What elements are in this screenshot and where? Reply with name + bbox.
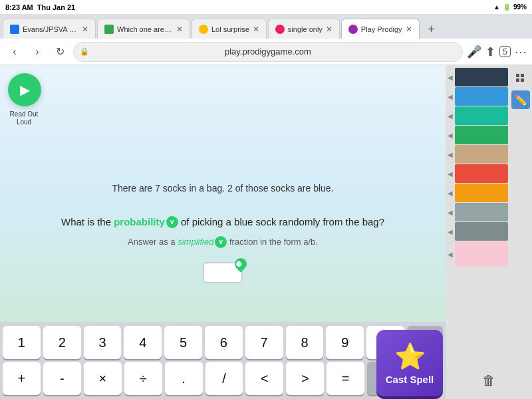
key-plus[interactable]: +: [3, 362, 41, 395]
back-button[interactable]: ‹: [5, 43, 24, 61]
color-swatch-3[interactable]: [455, 106, 508, 125]
tab-bar: Evans/JPSVA Englis... ✕ Which one are yo…: [0, 15, 532, 39]
cast-spell-button[interactable]: ⭐ Cast Spell: [376, 330, 443, 396]
svg-rect-2: [516, 78, 519, 82]
arrow-6: ◀: [446, 170, 455, 178]
key-3[interactable]: 3: [84, 326, 122, 359]
tab-single[interactable]: single only ✕: [268, 19, 340, 39]
key-6[interactable]: 6: [205, 326, 243, 359]
new-tab-button[interactable]: +: [422, 20, 441, 39]
color-swatch-5[interactable]: [455, 145, 508, 164]
tabs-count-badge[interactable]: 5: [499, 46, 511, 57]
sidebar: ◀ ◀ ◀ ◀ ◀: [446, 65, 532, 399]
key-4[interactable]: 4: [124, 326, 162, 359]
question-hint: Answer as a simplifiedv fraction in the …: [128, 237, 318, 249]
tab-close-4[interactable]: ✕: [326, 25, 332, 34]
key-5[interactable]: 5: [164, 326, 202, 359]
color-row-2: ◀: [446, 87, 509, 106]
lock-icon: 🔒: [80, 47, 89, 56]
vocab-badge-1: v: [166, 216, 178, 228]
trash-area: 🗑: [473, 364, 505, 396]
color-swatch-10[interactable]: [455, 241, 508, 267]
tool-panel: ✏️: [509, 68, 532, 110]
vocab-badge-2: v: [215, 236, 227, 248]
tab-favicon-5: [348, 25, 358, 34]
grid-icon: [515, 73, 526, 84]
color-swatches: ◀ ◀ ◀ ◀ ◀: [446, 68, 509, 267]
tab-evans[interactable]: Evans/JPSVA Englis... ✕: [3, 19, 96, 39]
color-row-6: ◀: [446, 164, 509, 183]
key-2[interactable]: 2: [43, 326, 81, 359]
read-aloud-label: Read Out Loud: [4, 110, 44, 126]
url-wrap[interactable]: 🔒 play.prodigygame.com: [73, 42, 463, 62]
reload-button[interactable]: ↻: [51, 43, 69, 61]
tab-label-4: single only: [288, 25, 323, 33]
battery-icon: 🔋: [503, 3, 511, 11]
tab-prodigy[interactable]: Play Prodigy ✕: [341, 19, 420, 39]
color-row-9: ◀: [446, 222, 509, 241]
url-display[interactable]: 🔒 play.prodigygame.com: [73, 42, 463, 62]
color-row-7: ◀: [446, 184, 509, 202]
key-9[interactable]: 9: [326, 326, 364, 359]
color-swatch-1[interactable]: [455, 68, 508, 86]
tab-close-2[interactable]: ✕: [176, 25, 183, 34]
key-divide[interactable]: ÷: [124, 362, 162, 395]
key-8[interactable]: 8: [286, 326, 324, 359]
key-slash[interactable]: /: [205, 362, 243, 395]
key-dot[interactable]: .: [165, 362, 203, 395]
tab-favicon-2: [104, 25, 114, 34]
pencil-tool-button[interactable]: ✏️: [511, 90, 530, 109]
tab-close-3[interactable]: ✕: [253, 25, 259, 34]
color-swatch-4[interactable]: [455, 126, 508, 144]
key-gt[interactable]: >: [286, 362, 324, 395]
tab-label-3: Lol surprise: [211, 25, 249, 33]
color-row-10: ◀: [446, 241, 509, 267]
tab-close-5[interactable]: ✕: [406, 25, 412, 34]
answer-pin: [232, 255, 249, 272]
read-aloud-button[interactable]: ▶: [8, 73, 41, 106]
key-times[interactable]: ×: [84, 362, 122, 395]
color-swatch-2[interactable]: [455, 87, 508, 106]
tab-label-2: Which one are you?: [117, 25, 173, 33]
color-swatch-6[interactable]: [455, 164, 508, 183]
color-swatch-8[interactable]: [455, 203, 508, 221]
menu-icon[interactable]: ⋯: [515, 45, 527, 59]
battery-level: 99%: [513, 3, 527, 11]
wifi-icon: ▲: [493, 3, 500, 11]
simplified-word: simplified: [178, 237, 213, 247]
arrow-8: ◀: [446, 209, 455, 216]
svg-rect-1: [521, 74, 524, 77]
color-swatch-9[interactable]: [455, 222, 508, 241]
forward-button[interactable]: ›: [28, 43, 47, 61]
arrow-4: ◀: [446, 132, 455, 139]
share-icon[interactable]: ⬆: [485, 45, 495, 59]
svg-rect-0: [516, 74, 519, 77]
question-main: What is the probabilityv of picking a bl…: [61, 216, 384, 229]
svg-rect-3: [521, 78, 524, 82]
tab-lol[interactable]: Lol surprise ✕: [192, 19, 267, 39]
tab-close-1[interactable]: ✕: [82, 25, 88, 34]
arrow-9: ◀: [446, 228, 455, 235]
key-lt[interactable]: <: [245, 362, 283, 395]
game-area: ▶ Read Out Loud There are 7 socks in a b…: [0, 65, 446, 399]
status-bar: 8:23 AM Thu Jan 21 ▲ 🔋 99%: [0, 0, 532, 15]
color-swatch-7[interactable]: [455, 184, 508, 202]
answer-field-wrap: [203, 262, 243, 283]
color-row-1: ◀: [446, 68, 509, 86]
color-row-4: ◀: [446, 126, 509, 144]
sidebar-top: ◀ ◀ ◀ ◀ ◀: [446, 68, 532, 267]
grid-view-button[interactable]: [511, 69, 530, 88]
key-equals[interactable]: =: [327, 362, 364, 395]
key-minus[interactable]: -: [43, 362, 81, 395]
key-1[interactable]: 1: [3, 326, 41, 359]
tab-favicon-3: [199, 25, 208, 34]
tab-label-1: Evans/JPSVA Englis...: [23, 25, 78, 33]
url-bar: ‹ › ↻ 🔒 play.prodigygame.com 🎤 ⬆ 5 ⋯: [0, 39, 532, 65]
answer-input-field[interactable]: [203, 262, 243, 283]
arrow-5: ◀: [446, 151, 455, 158]
tab-which[interactable]: Which one are you? ✕: [97, 19, 190, 39]
key-7[interactable]: 7: [245, 326, 283, 359]
microphone-icon[interactable]: 🎤: [467, 45, 481, 59]
trash-button[interactable]: 🗑: [477, 368, 501, 392]
arrow-10: ◀: [446, 251, 455, 258]
